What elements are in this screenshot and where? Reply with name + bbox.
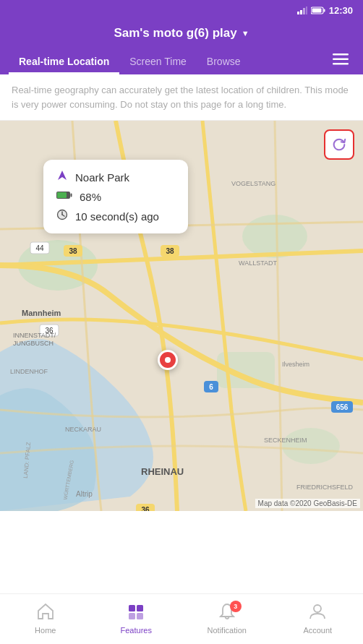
nav-item-features[interactable]: Features — [91, 604, 182, 635]
svg-marker-44 — [58, 171, 67, 180]
svg-text:FRIEDRICHSFELD: FRIEDRICHSFELD — [296, 484, 354, 491]
notification-icon: 3 — [218, 604, 236, 624]
account-icon — [309, 604, 326, 624]
header: Sam's moto g(6) play ▼ Real-time Locatio… — [0, 20, 363, 74]
location-row: Noark Park — [56, 170, 175, 184]
battery-status-icon — [56, 190, 72, 203]
battery-row: 68% — [56, 190, 175, 203]
svg-rect-8 — [333, 59, 349, 61]
svg-rect-52 — [129, 605, 135, 611]
map-view: 38 38 36 6 656 44 36 Mannheim INNENSTADT… — [0, 121, 363, 511]
dropdown-arrow-icon[interactable]: ▼ — [242, 29, 249, 38]
time-row: 10 second(s) ago — [56, 209, 175, 223]
location-icon — [56, 170, 68, 184]
status-icons: 12:30 — [297, 5, 353, 16]
svg-rect-7 — [333, 53, 349, 56]
svg-text:Ilvesheim: Ilvesheim — [282, 361, 309, 368]
battery-percentage: 68% — [80, 191, 101, 203]
tabs-bar: Real-time Location Screen Time Browse — [0, 48, 363, 74]
svg-text:RHEINAU: RHEINAU — [141, 466, 184, 477]
nav-features-label: Features — [121, 626, 152, 635]
svg-rect-46 — [71, 194, 72, 197]
tab-screentime[interactable]: Screen Time — [119, 48, 197, 74]
svg-text:656: 656 — [336, 403, 349, 411]
bottom-navigation: Home Features 3 Notification — [0, 593, 363, 644]
svg-text:38: 38 — [69, 247, 77, 255]
home-icon — [37, 604, 54, 624]
svg-text:44: 44 — [35, 244, 44, 252]
refresh-icon — [331, 137, 347, 153]
status-bar: 12:30 — [0, 0, 363, 20]
svg-point-56 — [314, 605, 321, 612]
map-pin — [158, 350, 178, 370]
nav-item-home[interactable]: Home — [0, 604, 91, 635]
svg-rect-55 — [137, 613, 143, 619]
svg-text:WALLSTADT: WALLSTADT — [239, 259, 278, 267]
status-time: 12:30 — [329, 5, 353, 16]
nav-home-label: Home — [35, 626, 56, 635]
svg-text:INNENSTADT/: INNENSTADT/ — [13, 332, 56, 339]
pin-center — [165, 357, 171, 363]
svg-text:LINDENHOF: LINDENHOF — [10, 368, 48, 375]
features-icon — [127, 604, 145, 624]
svg-text:Mannheim: Mannheim — [22, 309, 61, 317]
svg-rect-47 — [57, 192, 67, 198]
nav-item-notification[interactable]: 3 Notification — [182, 604, 273, 635]
svg-rect-9 — [333, 63, 349, 65]
notification-badge: 3 — [230, 601, 242, 612]
hamburger-menu-icon[interactable] — [327, 48, 354, 74]
refresh-button[interactable] — [324, 129, 354, 160]
svg-rect-6 — [312, 8, 321, 12]
device-title[interactable]: Sam's moto g(6) play ▼ — [114, 26, 249, 48]
svg-text:36: 36 — [141, 506, 150, 511]
location-card: Noark Park 68% 10 second(s) — [43, 160, 188, 233]
svg-rect-1 — [300, 10, 302, 14]
signal-icon — [297, 7, 307, 14]
svg-text:Altrip: Altrip — [76, 490, 93, 498]
svg-rect-54 — [129, 613, 135, 619]
svg-rect-53 — [137, 605, 143, 611]
svg-point-14 — [282, 428, 340, 464]
svg-rect-0 — [297, 12, 299, 14]
map-attribution: Map data ©2020 GeoBasis-DE — [255, 499, 360, 508]
svg-text:NECKARAU: NECKARAU — [65, 426, 101, 433]
device-name-label: Sam's moto g(6) play — [114, 26, 236, 40]
svg-rect-3 — [306, 7, 307, 14]
nav-item-account[interactable]: Account — [273, 604, 364, 635]
tab-browse[interactable]: Browse — [197, 48, 251, 74]
svg-rect-2 — [303, 8, 305, 14]
svg-text:VOGELSTANG: VOGELSTANG — [231, 180, 276, 187]
location-name: Noark Park — [75, 171, 129, 184]
svg-rect-5 — [323, 9, 325, 12]
time-ago: 10 second(s) ago — [75, 210, 159, 223]
svg-text:SECKENHEIM: SECKENHEIM — [264, 437, 307, 444]
description-text: Real-time geography can accurately get t… — [0, 74, 363, 121]
svg-text:JUNGBUSCH: JUNGBUSCH — [13, 340, 54, 347]
clock-icon — [56, 209, 68, 223]
pin-marker — [158, 350, 178, 370]
battery-icon — [311, 7, 325, 14]
tab-realtime[interactable]: Real-time Location — [9, 48, 119, 74]
nav-account-label: Account — [303, 626, 332, 635]
svg-text:38: 38 — [166, 247, 174, 255]
nav-notification-label: Notification — [208, 626, 247, 635]
svg-text:6: 6 — [209, 383, 213, 391]
